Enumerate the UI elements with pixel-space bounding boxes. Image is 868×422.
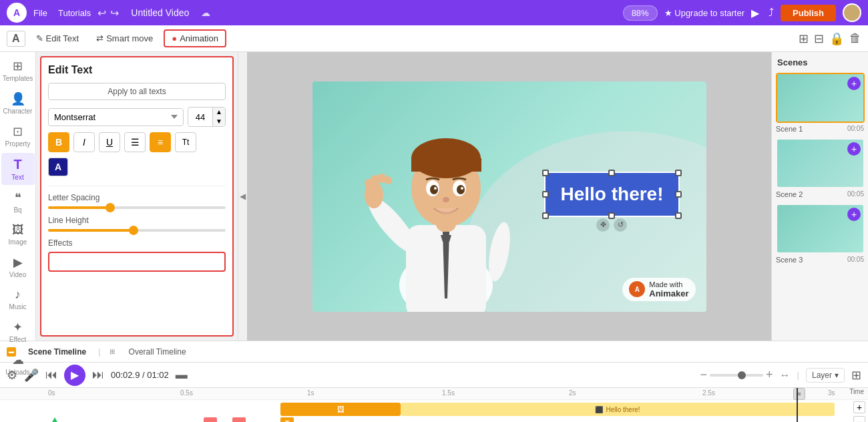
scene-thumb-2[interactable]: + [776,138,865,188]
zoom-control[interactable]: 88% [623,5,658,21]
sidebar: ⊞ Templates 👤 Character ⊡ Property T Tex… [0,52,36,341]
avatar[interactable] [843,3,861,22]
align-icon[interactable]: ⊟ [814,31,824,46]
scene-timeline-icon: ▬ [7,347,16,357]
share-icon[interactable]: ⤴ [769,7,774,19]
scene-add-button-2[interactable]: + [847,142,861,156]
font-size-up[interactable]: ▲ [212,108,225,117]
smart-move-label: Smart move [106,33,153,43]
italic-button[interactable]: I [73,132,95,152]
track-rect-2[interactable] [232,417,246,422]
sidebar-item-effect[interactable]: ✦ Effect [1,316,35,347]
timeline-ruler: 0s 0.5s 1s 1.5s 2s 2.5s 3s Time ≡ [0,388,868,400]
underline-button[interactable]: U [99,132,120,152]
panel-collapse-button[interactable]: ◀ [238,52,247,341]
text-color-button[interactable] [48,158,68,176]
timeline-playhead-marker[interactable]: ≡ [793,388,805,400]
watermark-logo: A [629,281,645,297]
edit-text-button[interactable]: ✎ Edit Text [29,31,86,46]
preview-icon[interactable]: ▶ [751,7,759,19]
align-center-button[interactable]: ≡ [150,132,171,152]
font-size-down[interactable]: ▼ [212,117,225,126]
sidebar-item-property[interactable]: ⊡ Property [1,120,35,152]
text-box[interactable]: Hello there! ✥ ↺ [544,172,679,217]
letter-spacing-thumb[interactable] [105,203,115,212]
line-height-track[interactable] [48,229,226,232]
animation-button[interactable]: ● Animation [164,29,226,47]
effects-box[interactable] [48,252,226,272]
music-icon: ♪ [15,288,21,302]
zoom-thumb[interactable] [738,371,746,379]
mic-button[interactable]: 🎤 [24,368,39,383]
track-rect-1[interactable] [204,417,217,422]
overall-timeline-tab[interactable]: Overall Timeline [124,345,192,359]
scene-timeline-tab[interactable]: Scene Timeline [23,345,91,359]
line-height-thumb[interactable] [129,226,138,235]
canvas-text[interactable]: Hello there! [560,184,663,205]
settings-button[interactable]: ⚙ [7,368,17,383]
redo-button[interactable]: ↪ [110,7,119,19]
sidebar-item-video[interactable]: ▶ Video [1,251,35,282]
sidebar-item-bq[interactable]: ❝ Bq [1,186,35,218]
save-icon[interactable]: ☁ [201,7,210,18]
zoom-in-icon[interactable]: + [766,368,773,382]
rotate-icon[interactable]: ↺ [614,218,627,232]
sidebar-item-text[interactable]: T Text [1,153,35,185]
playback-bar: ⚙ 🎤 ⏮ ▶ ⏭ 00:02.9 / 01:02 ▬ − + ↔ | Laye… [0,363,868,388]
sidebar-item-character[interactable]: 👤 Character [1,87,35,119]
bold-button[interactable]: B [48,132,69,152]
text-format-a-button[interactable]: A [7,31,25,47]
scene-item-1[interactable]: + Scene 1 00:05 [776,73,864,133]
upgrade-button[interactable]: ★ Upgrade to starter [664,8,744,18]
scene-add-button-3[interactable]: + [847,208,861,221]
delete-icon[interactable]: 🗑 [849,31,861,45]
list-button[interactable]: ☰ [124,132,146,152]
subtitles-button[interactable]: ▬ [176,368,188,382]
layer-select[interactable]: Layer ▾ [806,368,845,383]
track-t-icon[interactable]: T [280,417,294,422]
time-add-button[interactable]: + [853,401,865,413]
zoom-track[interactable] [710,374,763,377]
publish-button[interactable]: Publish [781,5,836,21]
scene-thumb-3[interactable]: + [776,204,865,254]
scene-thumb-1[interactable]: + [776,73,865,123]
track-triangle [48,417,61,422]
sidebar-item-music[interactable]: ♪ Music [1,284,35,314]
expand-timeline-button[interactable]: ⊞ [851,368,861,383]
fit-icon[interactable]: ↔ [780,369,791,381]
font-size-input[interactable] [188,109,212,126]
overall-timeline-icon: ⊞ [107,347,117,357]
apply-all-button[interactable]: Apply to all texts [48,83,226,100]
time-subtract-button[interactable]: − [853,416,865,422]
sidebar-item-templates[interactable]: ⊞ Templates [1,55,35,86]
scene-item-3[interactable]: + Scene 3 00:05 [776,204,864,264]
edit-text-panel: Edit Text Apply to all texts Montserrat … [40,56,234,337]
font-select[interactable]: Montserrat [48,108,184,126]
app-logo[interactable]: A [7,3,27,23]
smart-move-button[interactable]: ⇄ Smart move [89,31,160,46]
ruler-0s: 0s [48,389,55,397]
track-block-text[interactable]: ⬛ Hello there! [401,403,835,416]
playhead-line[interactable] [797,388,798,422]
letter-spacing-track[interactable] [48,206,226,209]
menu-file[interactable]: File [33,8,47,18]
text-case-button[interactable]: Tt [175,132,196,152]
skip-forward-button[interactable]: ⏭ [92,368,104,382]
track-block-image[interactable]: 🖼 [280,403,401,416]
edit-text-icon: ✎ [36,33,43,43]
move-icon[interactable]: ✥ [596,218,610,232]
toolbar2-right-icons: ⊞ ⊟ 🔒 🗑 [799,31,861,46]
undo-button[interactable]: ↩ [97,7,106,19]
topbar: A File Tutorials ↩ ↪ Untitled Video ☁ 88… [0,0,868,25]
sidebar-item-image[interactable]: 🖼 Image [1,219,35,250]
scene-add-button-1[interactable]: + [847,77,861,90]
zoom-out-icon[interactable]: − [700,368,708,382]
track-area: 🖼 ⬛ Hello there! T + − [0,400,868,422]
grid-icon[interactable]: ⊞ [799,31,809,46]
edit-text-label: Edit Text [46,33,79,43]
play-button[interactable]: ▶ [64,365,85,386]
skip-back-button[interactable]: ⏮ [45,368,57,382]
scene-item-2[interactable]: + Scene 2 00:05 [776,138,864,198]
menu-tutorials[interactable]: Tutorials [58,8,91,18]
lock-icon[interactable]: 🔒 [829,31,844,46]
